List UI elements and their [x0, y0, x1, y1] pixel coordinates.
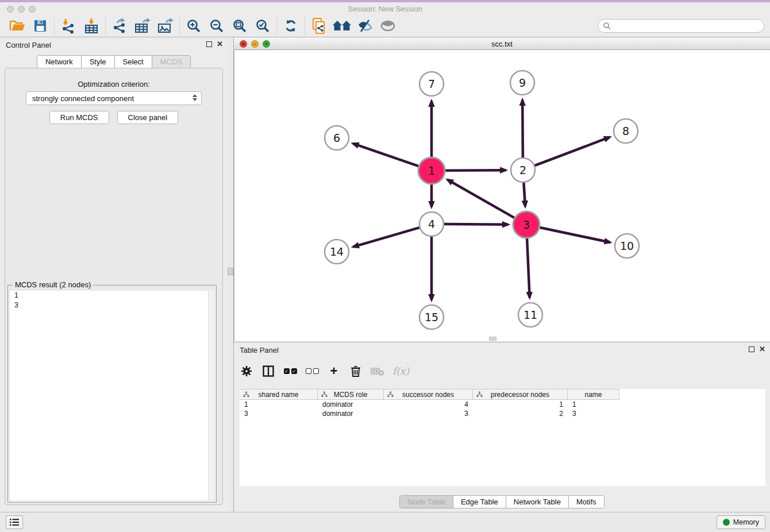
tab-network[interactable]: Network	[37, 56, 82, 68]
criterion-select[interactable]: strongly connected component	[26, 91, 202, 105]
network-window-titlebar[interactable]: ✕ − + scc.txt	[234, 38, 770, 50]
select-all-icon[interactable]: ✓✓	[283, 363, 297, 379]
table-row[interactable]: 3dominator323	[240, 409, 619, 418]
scrollbar-track[interactable]	[208, 291, 214, 500]
graph-edge-4-3[interactable]	[444, 224, 508, 225]
zoom-out-icon[interactable]	[205, 16, 228, 36]
cell-shared-name[interactable]: 1	[240, 400, 318, 409]
svg-text:4: 4	[428, 218, 435, 230]
toolbar-separator	[54, 17, 55, 34]
close-panel-button[interactable]: Close panel	[117, 111, 179, 124]
tab-network-table[interactable]: Network Table	[506, 496, 569, 508]
float-panel-icon[interactable]	[206, 41, 212, 47]
duplicate-network-icon[interactable]	[307, 16, 330, 36]
graph-edge-2-3[interactable]	[523, 183, 525, 206]
cell-predecessor-nodes[interactable]: 2	[473, 409, 568, 418]
column-icon[interactable]	[261, 363, 275, 379]
function-icon[interactable]: f(x)	[392, 363, 409, 379]
mcds-result-title: MCDS result (2 nodes)	[13, 280, 93, 289]
column-header-successor-nodes[interactable]: successor nodes	[384, 390, 473, 399]
graph-edge-3-10[interactable]	[540, 228, 610, 242]
graph-node-1[interactable]: 1	[418, 157, 445, 184]
zoom-selected-icon[interactable]	[251, 16, 274, 36]
control-panel: Control Panel ✕ NetworkStyleSelectMCDS O…	[0, 37, 228, 512]
show-details-icon[interactable]	[376, 16, 399, 36]
export-table-icon[interactable]	[131, 16, 154, 36]
graph-node-15[interactable]: 15	[419, 305, 444, 329]
graph-edge-1-6[interactable]	[353, 144, 418, 166]
graph-node-2[interactable]: 2	[511, 158, 535, 182]
graph-edge-2-9[interactable]	[522, 100, 523, 157]
svg-text:15: 15	[425, 311, 438, 323]
column-header-mcds-role[interactable]: MCDS role	[318, 390, 384, 399]
network-view-title: scc.txt	[234, 40, 770, 48]
graph-node-4[interactable]: 4	[419, 212, 444, 236]
import-network-icon[interactable]	[57, 16, 80, 36]
tab-edge-table[interactable]: Edge Table	[453, 496, 506, 508]
close-panel-icon[interactable]: ✕	[217, 41, 223, 47]
save-icon[interactable]	[29, 16, 52, 36]
search-input[interactable]	[611, 20, 764, 32]
cell-mcds-role[interactable]: dominator	[318, 409, 384, 418]
run-mcds-button[interactable]: Run MCDS	[49, 111, 109, 124]
delete-row-icon[interactable]	[349, 363, 363, 379]
tab-mcds[interactable]: MCDS	[152, 56, 190, 68]
optimization-label: Optimization criterion:	[5, 80, 222, 88]
cell-mcds-role[interactable]: dominator	[318, 400, 384, 409]
graph-node-9[interactable]: 9	[510, 71, 534, 95]
graph-node-14[interactable]: 14	[325, 240, 349, 264]
column-header-shared-name[interactable]: shared name	[240, 390, 318, 399]
graph-edge-4-14[interactable]	[353, 228, 419, 247]
network-canvas[interactable]: 7968124314101511	[234, 50, 770, 341]
graph-node-8[interactable]: 8	[614, 119, 638, 143]
graph-node-10[interactable]: 10	[615, 234, 639, 258]
tab-motifs[interactable]: Motifs	[569, 496, 604, 508]
graph-node-6[interactable]: 6	[325, 126, 349, 150]
gear-icon[interactable]	[240, 363, 253, 379]
home-icon[interactable]	[330, 16, 353, 36]
vertical-splitter[interactable]	[228, 37, 234, 512]
column-header-predecessor-nodes[interactable]: predecessor nodes	[473, 390, 568, 399]
svg-text:2: 2	[519, 164, 526, 176]
deselect-all-icon[interactable]	[305, 363, 319, 379]
close-table-panel-icon[interactable]: ✕	[759, 346, 765, 352]
open-folder-icon[interactable]	[6, 16, 29, 36]
memory-button[interactable]: Memory	[717, 515, 765, 529]
table-row[interactable]: 1dominator411	[240, 400, 619, 409]
cell-successor-nodes[interactable]: 3	[384, 409, 473, 418]
tab-node-table[interactable]: Node Table	[400, 496, 453, 508]
table-panel-tabs: Node TableEdge TableNetwork TableMotifs	[399, 495, 604, 508]
zoom-in-icon[interactable]	[182, 16, 205, 36]
cell-name[interactable]: 1	[568, 400, 619, 409]
cell-predecessor-nodes[interactable]: 1	[473, 400, 568, 409]
graph-edge-1-2[interactable]	[445, 170, 506, 171]
export-network-icon[interactable]	[108, 16, 131, 36]
tab-select[interactable]: Select	[115, 56, 152, 68]
column-header-name[interactable]: name	[568, 390, 619, 399]
cell-shared-name[interactable]: 3	[240, 409, 318, 418]
cell-name[interactable]: 3	[568, 409, 619, 418]
graph-node-11[interactable]: 11	[518, 303, 542, 327]
graph-edge-3-11[interactable]	[527, 238, 530, 298]
cell-successor-nodes[interactable]: 4	[384, 400, 473, 409]
float-table-panel-icon[interactable]	[749, 346, 754, 352]
mcds-result-list[interactable]: 13	[10, 291, 214, 500]
network-graph[interactable]: 7968124314101511	[234, 50, 770, 341]
graph-node-3[interactable]: 3	[513, 211, 540, 238]
splitter-handle[interactable]	[228, 268, 233, 275]
tab-style[interactable]: Style	[82, 56, 115, 68]
graph-node-7[interactable]: 7	[419, 72, 444, 96]
table-panel: Table Panel ✕ ✓✓ + f(x)	[234, 342, 770, 512]
refresh-icon[interactable]	[279, 16, 302, 36]
graph-edge-2-8[interactable]	[535, 137, 610, 166]
hide-details-icon[interactable]	[353, 16, 376, 36]
search-field[interactable]	[598, 19, 764, 33]
export-image-icon[interactable]	[154, 16, 177, 36]
graph-edge-3-1[interactable]	[448, 180, 514, 218]
import-table-icon[interactable]	[80, 16, 103, 36]
add-row-icon[interactable]: +	[327, 363, 341, 379]
zoom-fit-icon[interactable]	[228, 16, 251, 36]
horizontal-splitter-handle[interactable]	[489, 337, 496, 341]
delete-column-icon[interactable]	[371, 363, 384, 379]
task-history-button[interactable]	[6, 515, 23, 529]
